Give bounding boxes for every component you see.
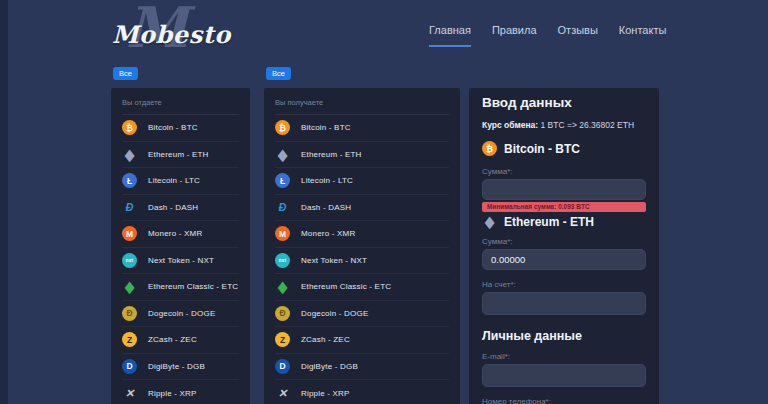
dogecoin-icon: Ð: [122, 306, 137, 321]
coin-row[interactable]: ŁLitecoin - LTC: [122, 168, 239, 195]
filter-all-receive-button[interactable]: Все: [266, 67, 291, 80]
nav-item-home[interactable]: Главная: [429, 24, 471, 47]
zcash-icon: Z: [122, 332, 137, 347]
bitcoin-icon: ₿: [275, 120, 290, 135]
coin-row[interactable]: ◆Ethereum - ETH: [122, 142, 239, 169]
monero-icon: M: [122, 226, 137, 241]
litecoin-icon: Ł: [275, 173, 290, 188]
coin-row[interactable]: MMonero - XMR: [275, 221, 449, 248]
from-currency-header: ₿ Bitcoin - BTC: [482, 141, 646, 156]
coin-row[interactable]: ₿Bitcoin - BTC: [122, 115, 239, 142]
ethereum-icon: ◆: [275, 145, 290, 165]
email-input[interactable]: [482, 364, 646, 387]
dash-icon: Ð: [122, 200, 137, 215]
coin-label: Dogecoin - DOGE: [301, 309, 368, 318]
amount-from-input[interactable]: [482, 179, 646, 200]
coin-row[interactable]: nxtNext Token - NXT: [275, 248, 449, 275]
coin-label: Litecoin - LTC: [301, 176, 353, 185]
personal-data-title: Личные данные: [482, 329, 646, 343]
ripple-icon: ✕: [275, 386, 290, 401]
coin-label: Dash - DASH: [301, 203, 351, 212]
amount-to-label: Сумма*:: [482, 237, 646, 246]
monero-icon: M: [275, 226, 290, 241]
logo[interactable]: M Mobesto: [112, 4, 232, 56]
coin-row[interactable]: nxtNext Token - NXT: [122, 248, 239, 275]
phone-label: Номер телефона*:: [482, 397, 646, 404]
ethereum-classic-icon: ◆: [275, 277, 290, 297]
coin-row[interactable]: ÐDogecoin - DOGE: [275, 301, 449, 328]
coin-label: ZCash - ZEC: [301, 335, 350, 344]
coin-row[interactable]: ◆Ethereum - ETH: [275, 142, 449, 169]
logo-text: Mobesto: [112, 20, 231, 49]
nxt-icon: nxt: [122, 253, 137, 268]
litecoin-icon: Ł: [122, 173, 137, 188]
coin-label: Ripple - XRP: [148, 389, 197, 398]
bitcoin-icon: ₿: [122, 120, 137, 135]
nav-item-reviews[interactable]: Отзывы: [558, 24, 598, 47]
coin-row[interactable]: ÐDogecoin - DOGE: [122, 301, 239, 328]
from-currency-name: Bitcoin - BTC: [504, 142, 580, 156]
coin-label: Dogecoin - DOGE: [148, 309, 215, 318]
zcash-icon: Z: [275, 332, 290, 347]
coin-label: Next Token - NXT: [148, 256, 214, 265]
coin-row[interactable]: ZZCash - ZEC: [122, 327, 239, 354]
ripple-icon: ✕: [122, 386, 137, 401]
ethereum-icon: ◆: [482, 212, 497, 232]
coin-row[interactable]: ◆Ethereum Classic - ETC: [275, 274, 449, 301]
account-label: На счет*:: [482, 280, 646, 289]
nav-item-rules[interactable]: Правила: [492, 24, 537, 47]
give-panel-title: Вы отдаете: [122, 88, 239, 115]
give-panel: Вы отдаете ₿Bitcoin - BTC◆Ethereum - ETH…: [111, 88, 250, 404]
ethereum-icon: ◆: [122, 145, 137, 165]
coin-label: Litecoin - LTC: [148, 176, 200, 185]
coin-label: DigiByte - DGB: [301, 362, 358, 371]
coin-row[interactable]: DDigiByte - DGB: [122, 354, 239, 381]
coin-label: Monero - XMR: [301, 229, 355, 238]
nav-item-contacts[interactable]: Контакты: [619, 24, 667, 47]
exchange-rate: Курс обмена: 1 BTC => 26.36802 ETH: [482, 120, 646, 130]
coin-label: Next Token - NXT: [301, 256, 367, 265]
nxt-icon: nxt: [275, 253, 290, 268]
form-title: Ввод данных: [482, 95, 646, 110]
account-input[interactable]: [482, 292, 646, 315]
ethereum-classic-icon: ◆: [122, 277, 137, 297]
coin-row[interactable]: ÐDash - DASH: [275, 195, 449, 222]
receive-panel: Вы получаете ₿Bitcoin - BTC◆Ethereum - E…: [264, 88, 460, 404]
coin-label: Ripple - XRP: [301, 389, 350, 398]
coin-row[interactable]: ŁLitecoin - LTC: [275, 168, 449, 195]
coin-label: Ethereum - ETH: [301, 150, 362, 159]
coin-label: Ethereum - ETH: [148, 150, 209, 159]
exchange-form-panel: Ввод данных Курс обмена: 1 BTC => 26.368…: [469, 88, 659, 404]
coin-row[interactable]: ₿Bitcoin - BTC: [275, 115, 449, 142]
amount-from-label: Сумма*:: [482, 167, 646, 176]
coin-label: Dash - DASH: [148, 203, 198, 212]
min-amount-warning: Минимальная сумма: 0.093 BTC: [482, 202, 646, 212]
coin-label: Monero - XMR: [148, 229, 202, 238]
dash-icon: Ð: [275, 200, 290, 215]
page: M Mobesto Главная Правила Отзывы Контакт…: [0, 0, 768, 404]
exchange-rate-value: 1 BTC => 26.36802 ETH: [541, 120, 635, 130]
page-edge-shadow: [0, 0, 8, 404]
coin-row[interactable]: ✕Ripple - XRP: [275, 380, 449, 404]
amount-to-input[interactable]: [482, 249, 646, 270]
receive-panel-title: Вы получаете: [275, 88, 449, 115]
receive-coin-list: ₿Bitcoin - BTC◆Ethereum - ETHŁLitecoin -…: [264, 115, 460, 404]
email-label: E-mail*:: [482, 352, 646, 361]
coin-row[interactable]: ÐDash - DASH: [122, 195, 239, 222]
coin-row[interactable]: DDigiByte - DGB: [275, 354, 449, 381]
to-currency-name: Ethereum - ETH: [504, 215, 594, 229]
bitcoin-icon: ₿: [482, 141, 497, 156]
coin-label: Ethereum Classic - ETC: [301, 282, 391, 291]
coin-row[interactable]: MMonero - XMR: [122, 221, 239, 248]
dogecoin-icon: Ð: [275, 306, 290, 321]
main-nav: Главная Правила Отзывы Контакты: [429, 24, 666, 47]
digibyte-icon: D: [122, 359, 137, 374]
exchange-rate-label: Курс обмена:: [482, 120, 538, 130]
filter-all-give-button[interactable]: Все: [113, 67, 138, 80]
coin-label: Bitcoin - BTC: [301, 123, 351, 132]
give-coin-list: ₿Bitcoin - BTC◆Ethereum - ETHŁLitecoin -…: [111, 115, 250, 404]
coin-row[interactable]: ZZCash - ZEC: [275, 327, 449, 354]
coin-row[interactable]: ✕Ripple - XRP: [122, 380, 239, 404]
coin-label: ZCash - ZEC: [148, 335, 197, 344]
coin-row[interactable]: ◆Ethereum Classic - ETC: [122, 274, 239, 301]
